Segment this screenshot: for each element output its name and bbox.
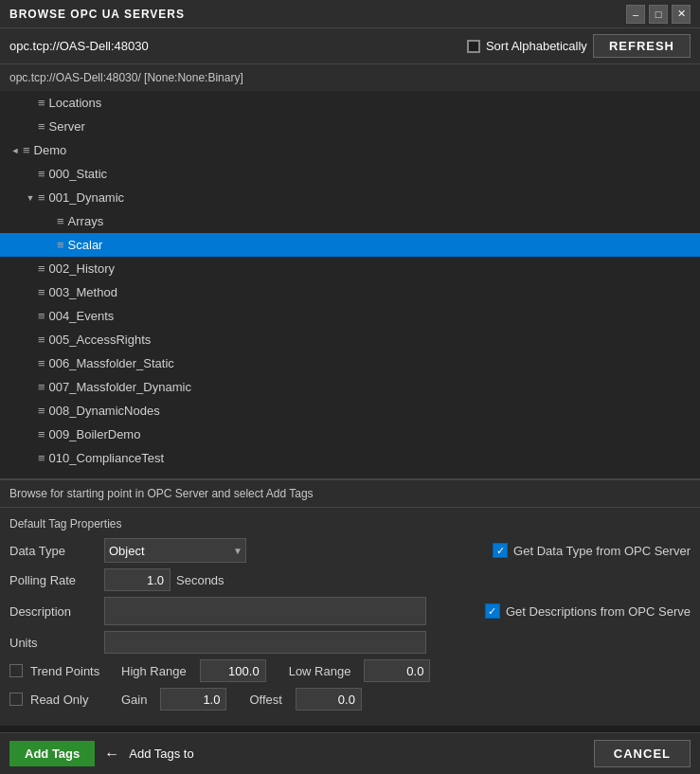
tree-arrow-001_dynamic: ▼ <box>23 193 38 203</box>
high-range-input[interactable] <box>200 659 266 682</box>
properties-title: Default Tag Properties <box>9 517 691 531</box>
description-label: Description <box>9 604 104 619</box>
tree-label-000_static: 000_Static <box>49 167 107 181</box>
tree-item-010_compliancetest[interactable]: ≡010_ComplianceTest <box>0 446 700 470</box>
tree-label-007_massfolder_dynamic: 007_Massfolder_Dynamic <box>49 380 191 394</box>
data-type-row: Data Type ObjectIntegerFloatStringBoolea… <box>9 538 691 563</box>
tree-label-002_history: 002_History <box>49 261 115 276</box>
read-only-checkbox[interactable] <box>9 693 23 706</box>
tree-node-icon-003_method: ≡ <box>38 285 45 299</box>
add-tags-to-label: Add Tags to <box>129 747 193 761</box>
tree-item-arrays[interactable]: ≡Arrays <box>0 209 700 233</box>
minimize-button[interactable]: – <box>626 5 645 24</box>
tree-label-006_massfolder_static: 006_Massfolder_Static <box>49 356 174 370</box>
server-label: opc.tcp://OAS-Dell:48030 <box>9 39 149 53</box>
tree-node-icon-006_massfolder_static: ≡ <box>38 356 45 370</box>
units-label: Units <box>9 636 104 650</box>
units-row: Units <box>9 631 691 654</box>
tree-item-007_massfolder_dynamic[interactable]: ≡007_Massfolder_Dynamic <box>0 375 700 399</box>
tree-label-005_accessrights: 005_AccessRights <box>49 333 152 347</box>
maximize-button[interactable]: □ <box>649 5 668 24</box>
tree-item-005_accessrights[interactable]: ≡005_AccessRights <box>0 328 700 351</box>
tree-item-003_method[interactable]: ≡003_Method <box>0 280 700 304</box>
get-descriptions-checkbox[interactable]: ✓ <box>485 603 500 619</box>
tree-item-000_static[interactable]: ≡000_Static <box>0 162 700 186</box>
tree-node-icon-005_accessrights: ≡ <box>38 333 45 347</box>
tree-label-001_dynamic: 001_Dynamic <box>49 190 125 205</box>
low-range-input[interactable] <box>364 659 430 682</box>
status-message: Browse for starting point in OPC Server … <box>9 487 314 500</box>
trend-points-row: Trend Points High Range Low Range <box>9 659 691 682</box>
tree-node-icon-000_static: ≡ <box>38 167 45 181</box>
get-descriptions-label: Get Descriptions from OPC Serve <box>506 604 691 619</box>
tree-node-icon-demo: ≡ <box>23 143 30 157</box>
low-range-label: Low Range <box>289 664 351 678</box>
tree-label-server: Server <box>49 119 85 134</box>
get-data-type-label: Get Data Type from OPC Server <box>513 544 691 558</box>
tree-node-icon-scalar: ≡ <box>57 238 64 252</box>
tree-label-003_method: 003_Method <box>49 285 117 299</box>
tree-item-004_events[interactable]: ≡004_Events <box>0 304 700 328</box>
path-label: opc.tcp://OAS-Dell:48030/ [None:None:Bin… <box>9 71 243 84</box>
read-only-label: Read Only <box>30 693 106 707</box>
tree-node-icon-server: ≡ <box>38 119 45 134</box>
tree-node-icon-009_boilerdemo: ≡ <box>38 427 45 441</box>
trend-points-checkbox[interactable] <box>9 664 23 677</box>
tree-item-002_history[interactable]: ≡002_History <box>0 257 700 280</box>
refresh-button[interactable]: REFRESH <box>593 34 691 58</box>
tree-arrow-demo: ◄ <box>8 146 23 155</box>
tree-label-locations: Locations <box>49 96 102 110</box>
tree-node-icon-008_dynamicnodes: ≡ <box>38 404 45 418</box>
tree-area[interactable]: ≡Locations≡Server◄≡Demo≡000_Static▼≡001_… <box>0 91 700 479</box>
polling-rate-row: Polling Rate Seconds <box>9 568 691 591</box>
tree-node-icon-004_events: ≡ <box>38 309 45 323</box>
tree-node-icon-locations: ≡ <box>38 96 45 110</box>
tree-label-demo: Demo <box>34 143 67 157</box>
add-tags-button[interactable]: Add Tags <box>9 741 95 766</box>
polling-rate-input[interactable] <box>104 568 171 591</box>
arrow-icon: ← <box>104 746 119 763</box>
title-bar: BROWSE OPC UA SERVERS – □ ✕ <box>0 0 700 28</box>
sort-area: Sort Alphabetically REFRESH <box>467 34 691 58</box>
description-row: Description ✓ Get Descriptions from OPC … <box>9 597 691 625</box>
cancel-button[interactable]: CANCEL <box>594 740 691 767</box>
high-range-label: High Range <box>121 664 187 678</box>
tree-item-008_dynamicnodes[interactable]: ≡008_DynamicNodes <box>0 399 700 423</box>
tree-item-scalar[interactable]: ≡Scalar <box>0 233 700 257</box>
data-type-select-wrapper[interactable]: ObjectIntegerFloatStringBoolean ▼ <box>104 538 246 563</box>
tree-node-icon-002_history: ≡ <box>38 261 45 276</box>
tree-item-server[interactable]: ≡Server <box>0 115 700 138</box>
sort-alphabetically-checkbox[interactable] <box>467 40 480 53</box>
tree-node-icon-010_compliancetest: ≡ <box>38 451 45 465</box>
gain-input[interactable] <box>160 688 226 711</box>
tree-item-locations[interactable]: ≡Locations <box>0 91 700 115</box>
description-input[interactable] <box>104 597 426 625</box>
get-data-type-checkbox[interactable]: ✓ <box>493 543 508 558</box>
tree-label-010_compliancetest: 010_ComplianceTest <box>49 451 164 465</box>
title-bar-controls: – □ ✕ <box>626 5 691 24</box>
sort-alphabetically-label: Sort Alphabetically <box>486 39 587 53</box>
tree-node-icon-007_massfolder_dynamic: ≡ <box>38 380 45 394</box>
gain-label: Gain <box>121 693 147 707</box>
tree-label-004_events: 004_Events <box>49 309 115 323</box>
offset-input[interactable] <box>296 688 362 711</box>
polling-rate-label: Polling Rate <box>9 573 104 587</box>
data-type-select[interactable]: ObjectIntegerFloatStringBoolean <box>104 538 246 563</box>
trend-points-label: Trend Points <box>30 664 106 678</box>
data-type-label: Data Type <box>9 544 104 558</box>
window-title: BROWSE OPC UA SERVERS <box>9 8 626 21</box>
properties-panel: Default Tag Properties Data Type ObjectI… <box>0 508 700 726</box>
offset-label: Offest <box>249 693 281 707</box>
polling-rate-unit-label: Seconds <box>176 573 224 587</box>
tree-node-icon-001_dynamic: ≡ <box>38 190 45 205</box>
tree-item-006_massfolder_static[interactable]: ≡006_Massfolder_Static <box>0 351 700 375</box>
tree-label-009_boilerdemo: 009_BoilerDemo <box>49 427 141 441</box>
close-button[interactable]: ✕ <box>672 5 691 24</box>
path-bar: opc.tcp://OAS-Dell:48030/ [None:None:Bin… <box>0 64 700 91</box>
tree-item-001_dynamic[interactable]: ▼≡001_Dynamic <box>0 186 700 209</box>
tree-item-009_boilerdemo[interactable]: ≡009_BoilerDemo <box>0 423 700 446</box>
tree-node-icon-arrays: ≡ <box>57 214 64 228</box>
tree-item-demo[interactable]: ◄≡Demo <box>0 138 700 162</box>
units-input[interactable] <box>104 631 426 654</box>
tree-label-008_dynamicnodes: 008_DynamicNodes <box>49 404 160 418</box>
